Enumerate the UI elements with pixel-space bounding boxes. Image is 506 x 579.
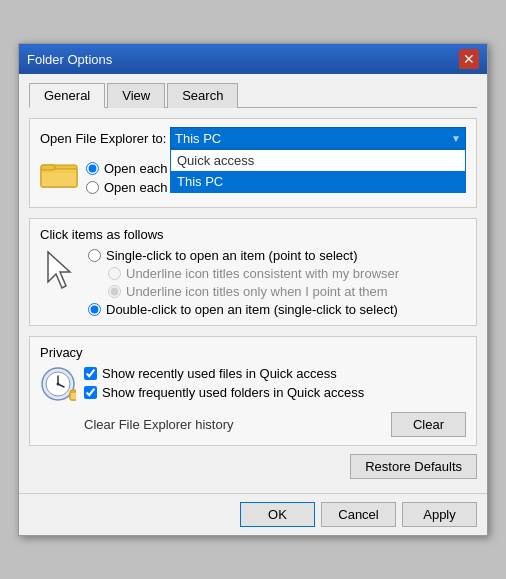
- double-click-radio[interactable]: [88, 303, 101, 316]
- clear-history-label: Clear File Explorer history: [84, 417, 234, 432]
- single-click-label: Single-click to open an item (point to s…: [106, 248, 357, 263]
- open-to-dropdown-list: Quick access This PC: [170, 149, 466, 193]
- svg-rect-2: [41, 165, 55, 170]
- underline-point-label: Underline icon titles only when I point …: [126, 284, 388, 299]
- privacy-inner: Show recently used files in Quick access…: [40, 366, 466, 437]
- clear-button[interactable]: Clear: [391, 412, 466, 437]
- recent-files-checkbox[interactable]: [84, 367, 97, 380]
- svg-marker-4: [48, 252, 70, 288]
- close-button[interactable]: ✕: [459, 49, 479, 69]
- chevron-down-icon: ▼: [451, 133, 461, 144]
- apply-button[interactable]: Apply: [402, 502, 477, 527]
- single-click-radio-row: Single-click to open an item (point to s…: [88, 248, 399, 263]
- dropdown-option-this-pc[interactable]: This PC: [171, 171, 465, 192]
- underline-point-row: Underline icon titles only when I point …: [108, 284, 399, 299]
- tab-general[interactable]: General: [29, 83, 105, 108]
- click-items-options: Single-click to open an item (point to s…: [88, 248, 399, 317]
- double-click-radio-row: Double-click to open an item (single-cli…: [88, 302, 399, 317]
- recent-files-label: Show recently used files in Quick access: [102, 366, 337, 381]
- ok-button[interactable]: OK: [240, 502, 315, 527]
- tab-bar: General View Search: [29, 82, 477, 108]
- privacy-section: Privacy Show recently used files in Quic…: [29, 336, 477, 446]
- folder-icon: [40, 157, 78, 189]
- frequent-folders-row: Show frequently used folders in Quick ac…: [84, 385, 466, 400]
- underline-point-radio[interactable]: [108, 285, 121, 298]
- underline-browser-label: Underline icon titles consistent with my…: [126, 266, 399, 281]
- open-to-section: Open File Explorer to: This PC ▼ Quick a…: [29, 118, 477, 208]
- open-to-dropdown-wrapper: This PC ▼ Quick access This PC: [170, 127, 466, 149]
- dropdown-option-quick-access[interactable]: Quick access: [171, 150, 465, 171]
- underline-browser-radio[interactable]: [108, 267, 121, 280]
- privacy-title: Privacy: [40, 345, 466, 360]
- frequent-folders-checkbox[interactable]: [84, 386, 97, 399]
- svg-point-9: [57, 383, 60, 386]
- click-items-title: Click items as follows: [40, 227, 466, 242]
- click-items-section: Click items as follows Single-click to o…: [29, 218, 477, 326]
- dialog-content: General View Search Open File Explorer t…: [19, 74, 487, 493]
- single-click-radio[interactable]: [88, 249, 101, 262]
- tab-view[interactable]: View: [107, 83, 165, 108]
- cursor-icon: [40, 248, 80, 293]
- cancel-button[interactable]: Cancel: [321, 502, 396, 527]
- privacy-checkboxes: Show recently used files in Quick access…: [84, 366, 466, 437]
- svg-rect-3: [42, 171, 76, 173]
- recent-files-row: Show recently used files in Quick access: [84, 366, 466, 381]
- clear-history-row: Clear File Explorer history Clear: [84, 412, 466, 437]
- double-click-label: Double-click to open an item (single-cli…: [106, 302, 398, 317]
- open-to-label: Open File Explorer to:: [40, 131, 170, 146]
- folder-options-dialog: Folder Options ✕ General View Search Ope…: [18, 43, 488, 536]
- dialog-footer: OK Cancel Apply: [19, 493, 487, 535]
- clock-icon: [40, 366, 76, 402]
- restore-row: Restore Defaults: [29, 454, 477, 479]
- underline-browser-row: Underline icon titles consistent with my…: [108, 266, 399, 281]
- restore-defaults-button[interactable]: Restore Defaults: [350, 454, 477, 479]
- frequent-folders-label: Show frequently used folders in Quick ac…: [102, 385, 364, 400]
- dialog-title: Folder Options: [27, 52, 112, 67]
- svg-rect-11: [70, 392, 76, 400]
- open-to-dropdown[interactable]: This PC ▼: [170, 127, 466, 149]
- browse-same-window-radio[interactable]: [86, 162, 99, 175]
- browse-own-window-radio[interactable]: [86, 181, 99, 194]
- open-to-row: Open File Explorer to: This PC ▼ Quick a…: [40, 127, 466, 149]
- tab-search[interactable]: Search: [167, 83, 238, 108]
- open-to-selected: This PC: [175, 131, 221, 146]
- title-bar: Folder Options ✕: [19, 44, 487, 74]
- click-items-inner: Single-click to open an item (point to s…: [40, 248, 466, 317]
